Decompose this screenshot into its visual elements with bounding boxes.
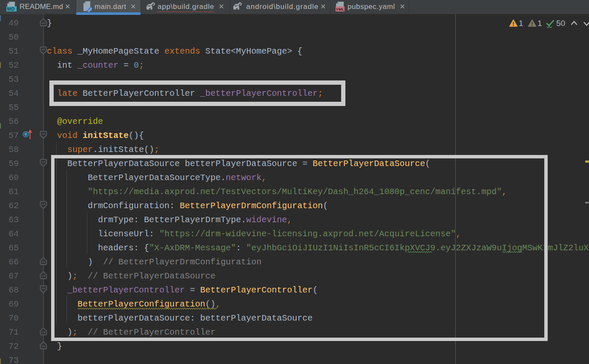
svg-text:MD: MD bbox=[7, 6, 15, 11]
svg-text:YML: YML bbox=[336, 7, 344, 11]
